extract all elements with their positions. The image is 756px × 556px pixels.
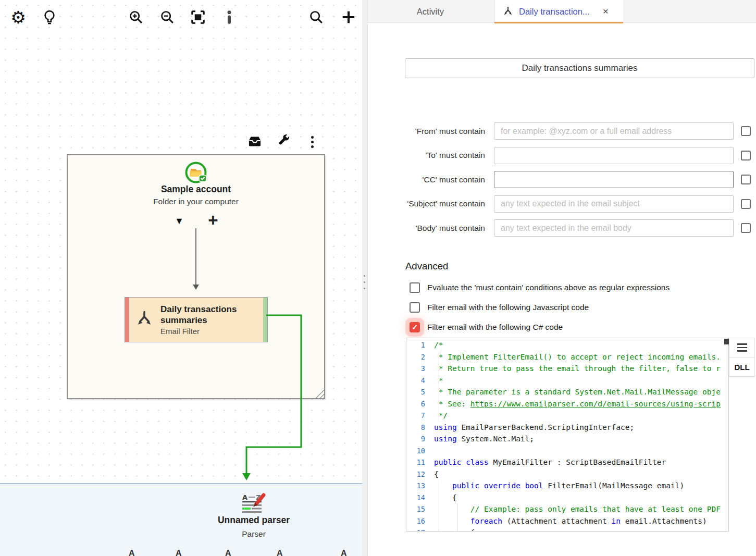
close-tab-icon[interactable]: ×	[603, 6, 609, 17]
code-line: 6 * See: https://www.emailparser.com/d/e…	[406, 398, 728, 410]
csharp-option-row: ✓Filter email with the following C# code	[410, 322, 670, 332]
cc-input[interactable]	[494, 171, 734, 188]
info-button[interactable]	[220, 8, 239, 27]
to-label: 'To' must contain	[368, 151, 485, 160]
editor-menu-button[interactable]	[729, 338, 755, 357]
zoom-in-button[interactable]	[127, 8, 145, 27]
add-filter-button[interactable]: +	[205, 212, 221, 229]
search-icon	[309, 10, 324, 24]
clipped-node-icon: A	[277, 549, 283, 556]
more-options-button[interactable]	[303, 132, 321, 151]
advanced-options: Evaluate the 'must contain' conditions a…	[410, 282, 670, 332]
cc-checkbox[interactable]	[741, 175, 751, 184]
filter-split-icon	[135, 310, 153, 330]
active-tab-label: Daily transaction...	[519, 7, 590, 17]
app-root: ⚙	[0, 0, 756, 556]
line-number: 17	[406, 527, 430, 532]
subject-checkbox[interactable]	[741, 199, 751, 209]
code-line: 16 foreach (Attachment attachment in ema…	[406, 515, 728, 527]
code-line: 1/*	[406, 339, 728, 351]
plus-icon: +	[208, 211, 218, 230]
tab-email-filter[interactable]: Daily transaction... ×	[494, 0, 623, 23]
code-line: 2 * Implement FilterEmail() to accept or…	[406, 351, 728, 363]
email-source-group[interactable]: Sample account Folder in your computer ▼…	[67, 154, 325, 399]
csharp-code-editor[interactable]: 1/*2 * Implement FilterEmail() to accept…	[406, 338, 729, 532]
subject-row: 'Subject' must contain	[368, 195, 751, 213]
line-number: 7	[406, 410, 430, 422]
code-line: 15 // Example: pass only emails that hav…	[406, 503, 728, 515]
flow-canvas[interactable]: ⚙	[0, 0, 362, 556]
to-checkbox[interactable]	[741, 151, 751, 160]
line-number: 12	[406, 468, 430, 480]
body-input[interactable]	[494, 219, 734, 237]
code-line: 5 * The parameter is a standard System.N…	[406, 386, 728, 398]
email-filter-node[interactable]: Daily transactions summaries Email Filte…	[125, 297, 268, 342]
activity-tab-label: Activity	[417, 7, 444, 17]
account-to-filter-connector	[195, 228, 196, 285]
cc-row: 'CC' must contain	[368, 171, 751, 188]
filter-name-input[interactable]	[405, 58, 754, 78]
filter-node-title: Daily transactions summaries	[160, 304, 254, 326]
settings-button[interactable]: ⚙	[9, 8, 28, 27]
from-label: 'From' must contain	[368, 127, 485, 136]
from-checkbox[interactable]	[741, 126, 751, 136]
editor-scrollbar-thumb[interactable]	[724, 339, 729, 344]
splitter-handle-icon	[364, 275, 365, 289]
parser-icon: A Z	[242, 493, 266, 518]
to-input[interactable]	[494, 147, 734, 164]
line-number: 8	[406, 422, 430, 434]
line-number: 3	[406, 363, 430, 375]
body-checkbox[interactable]	[741, 223, 751, 233]
code-line: 11public class MyEmailFilter : ScriptBas…	[406, 456, 728, 468]
to-row: 'To' must contain	[368, 147, 751, 164]
line-number: 10	[406, 445, 430, 457]
zoom-out-button[interactable]	[158, 8, 177, 27]
tab-activity[interactable]: Activity	[368, 0, 493, 23]
filter-split-icon	[503, 6, 513, 17]
cc-label: 'CC' must contain	[368, 175, 485, 184]
regex-option-row: Evaluate the 'must contain' conditions a…	[410, 282, 670, 293]
body-row: 'Body' must contain	[368, 219, 751, 237]
code-line: 10	[406, 445, 728, 457]
code-line: 12{	[406, 468, 728, 480]
code-line: 7 */	[406, 410, 728, 422]
fit-view-button[interactable]	[189, 8, 207, 27]
svg-text:A: A	[242, 493, 247, 501]
body-label: 'Body' must contain	[368, 224, 485, 233]
account-subtitle: Folder in your computer	[68, 197, 324, 206]
line-number: 15	[406, 503, 430, 515]
account-dropdown-button[interactable]: ▼	[172, 214, 187, 228]
wrench-icon	[277, 134, 291, 147]
dll-button[interactable]: DLL	[729, 357, 755, 377]
search-button[interactable]	[307, 8, 326, 27]
code-line: 17 {	[406, 527, 728, 532]
code-line: 4 *	[406, 375, 728, 387]
line-number: 16	[406, 515, 430, 527]
line-number: 2	[406, 351, 430, 363]
line-number: 4	[406, 375, 430, 387]
connector-arrowhead	[193, 285, 199, 290]
hamburger-icon	[737, 343, 747, 352]
inbox-button[interactable]	[245, 131, 264, 150]
filter-node-subtitle: Email Filter	[160, 327, 254, 336]
configure-button[interactable]	[275, 131, 293, 150]
from-input[interactable]	[494, 122, 734, 140]
ideas-button[interactable]	[40, 8, 59, 27]
line-number: 11	[406, 456, 430, 468]
parser-title[interactable]: Unnamed parser	[191, 515, 316, 526]
zoom-in-icon	[129, 10, 143, 24]
config-panel: Activity Daily transaction... × 'From' m…	[368, 0, 756, 556]
tab-bar: Activity Daily transaction... ×	[368, 0, 756, 23]
csharp-option-checkbox[interactable]: ✓	[410, 322, 420, 332]
add-source-button[interactable]	[339, 8, 358, 27]
resize-handle[interactable]	[314, 388, 324, 398]
regex-option-checkbox[interactable]	[410, 282, 420, 293]
from-row: 'From' must contain	[368, 122, 751, 140]
subject-input[interactable]	[494, 195, 734, 213]
js-option-checkbox[interactable]	[410, 302, 420, 313]
clipped-node-icon: A	[341, 549, 347, 556]
line-number: 1	[406, 339, 430, 351]
zoom-out-icon	[160, 10, 175, 24]
line-number: 5	[406, 386, 430, 398]
panel-splitter[interactable]	[362, 0, 368, 556]
